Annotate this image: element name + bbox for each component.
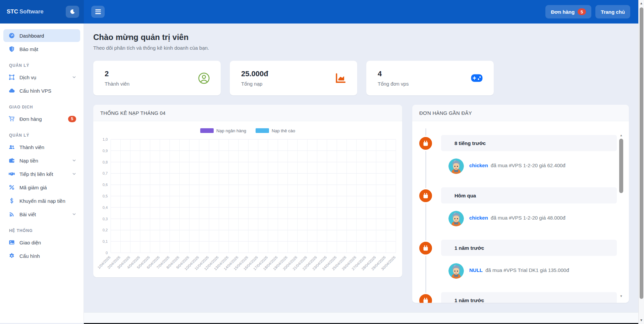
sidebar-item-nap-tien[interactable]: Nạp tiền [3,154,80,167]
sidebar-item-label: Dashboard [19,33,76,39]
svg-text:1,0: 1,0 [103,137,108,141]
chart-legend: Nạp ngân hàngNạp thẻ cào [93,128,402,133]
stat-value: 25.000đ [241,70,268,78]
dollar-icon [9,198,15,204]
footer-strip [84,312,638,323]
sidebar-item-label: Bảo mật [19,46,76,52]
chart-panel-title: THỐNG KÊ NẠP THÁNG 04 [93,105,402,121]
sidebar-item-don-hang[interactable]: Đơn hàng5 [3,112,80,125]
sidebar-item-tiep-thi-lien-ket[interactable]: Tiếp thị liên kết [3,168,80,180]
sidebar-section-label: GIAO DỊCH [9,105,84,109]
moon-icon [70,9,75,14]
panels-row: THỐNG KÊ NẠP THÁNG 04 Nạp ngân hàngNạp t… [93,105,629,303]
orders-count-badge: 5 [578,8,586,15]
sidebar-item-label: Giao diện [19,240,76,245]
order-time-badge: 1 năm trước [441,240,617,256]
legend-swatch [200,128,214,133]
order-item: 1 năm trướcNULL đã mua #VPS Trial DK1 gi… [412,240,629,285]
scroll-up-arrow-icon[interactable]: ▲ [619,133,624,137]
sidebar: DashboardBảo mậtQUẢN LÝDịch vụCấu hình V… [0,24,84,323]
speedometer-icon [9,33,15,39]
order-time-badge: 1 năm trước [441,292,617,303]
svg-text:0,5: 0,5 [103,194,108,198]
scroll-up-arrow-icon[interactable]: ▲ [639,1,644,5]
sidebar-item-dich-vu[interactable]: Dịch vụ [3,71,80,84]
chart-canvas: 1,00,90,80,70,60,50,40,30,20,101/04/2026… [93,135,402,272]
stat-label: Tổng nạp [241,81,268,87]
sidebar-section-label: QUẢN LÝ [9,63,84,68]
shield-icon [9,46,15,52]
avatar [448,158,464,174]
chevron-down-icon [72,212,76,216]
stat-value: 2 [105,70,129,78]
avatar [448,211,464,226]
sidebar-item-label: Tiếp thị liên kết [19,171,67,177]
orders-scrollbar-thumb[interactable] [619,139,623,193]
sidebar-item-khuyen-mai-nap-tien[interactable]: Khuyến mãi nạp tiền [3,194,80,207]
chevron-down-icon [72,75,76,79]
svg-text:0,4: 0,4 [103,205,108,210]
calendar-icon [418,188,433,203]
dark-mode-toggle-button[interactable] [66,6,79,18]
orders-button[interactable]: Đơn hàng 5 [545,5,591,18]
page-scrollbar-thumb[interactable] [640,7,643,299]
svg-text:0: 0 [106,251,108,255]
users-icon [9,144,15,150]
calendar-icon [418,293,433,303]
bounding-box-icon [9,74,15,80]
order-user-link[interactable]: chicken [469,163,488,168]
home-button-label: Trang chủ [601,9,625,15]
sidebar-item-label: Bài viết [19,212,67,217]
orders-scrollbar[interactable]: ▲ ▼ [619,133,624,298]
topbar: STCSoftware Đơn hàng 5 Trang chủ [0,0,638,24]
topbar-actions: Đơn hàng 5 Trang chủ [545,5,630,18]
sidebar-item-thanh-vien[interactable]: Thành viên [3,141,80,153]
recent-orders-title: ĐƠN HÀNG GẦN ĐÂY [412,105,629,121]
order-detail-row: NULL đã mua #VPS Trial DK1 giá 135.000đ [448,263,617,285]
svg-text:0,3: 0,3 [103,217,108,221]
sidebar-brand: STCSoftware [0,0,84,24]
order-item: 8 tiếng trướcchicken đã mua #VPS 1-2-20 … [412,135,629,180]
sidebar-item-bai-viet[interactable]: Bài viết [3,208,80,221]
sidebar-item-label: Nạp tiền [19,158,67,164]
hamburger-icon [95,9,101,14]
sidebar-item-label: Cấu hình [19,253,76,259]
sidebar-item-label: Mã giảm giá [19,185,76,190]
percent-icon [9,184,15,190]
svg-text:0,9: 0,9 [103,149,108,153]
stat-card-3: 4Tổng đơn vps [366,61,494,95]
scroll-down-arrow-icon[interactable]: ▼ [639,318,644,322]
stats-row: 2Thành viên25.000đTổng nạp4Tổng đơn vps [93,61,629,95]
stat-label: Tổng đơn vps [378,81,409,87]
sidebar-item-cau-hinh[interactable]: Cấu hình [3,249,80,262]
stat-card-2: 25.000đTổng nạp [230,61,357,95]
sidebar-item-giao-dien[interactable]: Giao diện [3,236,80,249]
sidebar-item-label: Đơn hàng [19,116,63,122]
sidebar-item-dashboard[interactable]: Dashboard [3,29,80,42]
page-scrollbar[interactable]: ▲ ▼ [638,0,644,324]
order-detail-row: chicken đã mua #VPS 1-2-20 giá 48.000đ [448,211,617,232]
brand-name: STCSoftware [7,8,44,15]
cloud-icon [9,88,15,94]
sidebar-item-ma-giam-gia[interactable]: Mã giảm giá [3,181,80,194]
recent-orders-body: 8 tiếng trướcchicken đã mua #VPS 1-2-20 … [412,122,629,303]
page-title: Chào mừng quản trị viên [93,33,629,42]
sidebar-section-label: HỆ THỐNG [9,228,84,233]
stat-label: Thành viên [105,81,129,87]
home-button[interactable]: Trang chủ [595,5,630,18]
wallet-icon [9,157,15,164]
calendar-icon [418,240,433,256]
user-circle-icon [198,72,210,84]
svg-text:0,1: 0,1 [103,239,108,243]
order-user-link[interactable]: NULL [469,267,483,273]
sidebar-item-label: Thành viên [19,144,76,150]
stat-value: 4 [378,70,409,78]
sidebar-item-cau-hinh-vps[interactable]: Cấu hình VPS [3,84,80,97]
sidebar-toggle-button[interactable] [91,6,105,18]
sidebar-item-bao-mat[interactable]: Bảo mật [3,43,80,55]
order-user-link[interactable]: chicken [469,215,488,221]
orders-button-label: Đơn hàng [551,9,575,15]
scroll-down-arrow-icon[interactable]: ▼ [619,294,624,298]
server-icon [471,73,483,83]
order-text: chicken đã mua #VPS 1-2-20 giá 62.400đ [469,163,566,168]
